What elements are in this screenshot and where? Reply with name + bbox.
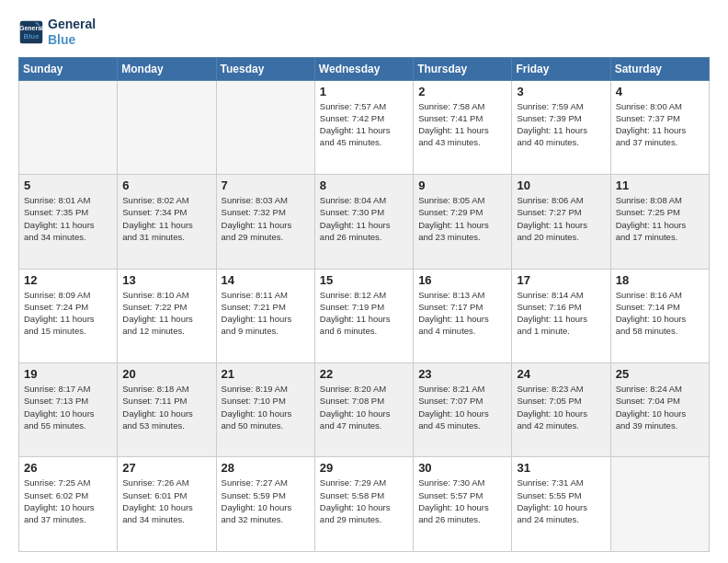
cell-info: Sunrise: 8:19 AM Sunset: 7:10 PM Dayligh… [222,383,310,431]
calendar-cell: 7Sunrise: 8:03 AM Sunset: 7:32 PM Daylig… [216,175,314,269]
calendar-cell: 16Sunrise: 8:13 AM Sunset: 7:17 PM Dayli… [414,269,512,362]
cell-info: Sunrise: 7:29 AM Sunset: 5:58 PM Dayligh… [320,477,408,525]
cell-info: Sunrise: 8:11 AM Sunset: 7:21 PM Dayligh… [222,289,310,338]
day-number: 31 [517,461,605,475]
calendar-cell: 27Sunrise: 7:26 AM Sunset: 6:01 PM Dayli… [118,457,216,552]
logo: General Blue GeneralBlue [18,17,96,48]
cell-info: Sunrise: 7:59 AM Sunset: 7:39 PM Dayligh… [517,100,605,149]
day-number: 9 [418,178,506,192]
weekday-header-sunday: Sunday [19,57,118,80]
cell-info: Sunrise: 8:04 AM Sunset: 7:30 PM Dayligh… [320,194,408,243]
weekday-header-friday: Friday [512,57,610,80]
cell-info: Sunrise: 7:30 AM Sunset: 5:57 PM Dayligh… [418,477,506,525]
calendar-cell: 21Sunrise: 8:19 AM Sunset: 7:10 PM Dayli… [216,363,314,457]
day-number: 13 [122,273,210,287]
cell-info: Sunrise: 8:20 AM Sunset: 7:08 PM Dayligh… [320,383,408,431]
cell-info: Sunrise: 7:58 AM Sunset: 7:41 PM Dayligh… [418,100,506,149]
logo-text: GeneralBlue [48,17,96,48]
day-number: 30 [418,461,506,475]
calendar-cell: 8Sunrise: 8:04 AM Sunset: 7:30 PM Daylig… [314,175,413,269]
day-number: 19 [24,367,112,381]
day-number: 23 [418,367,506,381]
calendar-cell: 23Sunrise: 8:21 AM Sunset: 7:07 PM Dayli… [414,363,512,457]
day-number: 15 [320,273,408,287]
day-number: 17 [517,273,605,287]
day-number: 25 [616,367,704,381]
day-number: 28 [222,461,310,475]
weekday-header-thursday: Thursday [414,57,512,80]
cell-info: Sunrise: 8:18 AM Sunset: 7:11 PM Dayligh… [122,383,210,431]
cell-info: Sunrise: 7:26 AM Sunset: 6:01 PM Dayligh… [122,477,210,525]
weekday-header-saturday: Saturday [610,57,709,80]
page-header: General Blue GeneralBlue [18,17,710,48]
weekday-header-wednesday: Wednesday [314,57,413,80]
calendar-week-row: 26Sunrise: 7:25 AM Sunset: 6:02 PM Dayli… [19,457,710,552]
svg-text:Blue: Blue [23,32,40,40]
calendar-cell: 1Sunrise: 7:57 AM Sunset: 7:42 PM Daylig… [314,80,413,174]
day-number: 4 [616,85,704,98]
calendar-cell: 14Sunrise: 8:11 AM Sunset: 7:21 PM Dayli… [216,269,314,362]
weekday-header-tuesday: Tuesday [216,57,314,80]
cell-info: Sunrise: 8:16 AM Sunset: 7:14 PM Dayligh… [616,289,704,338]
cell-info: Sunrise: 8:24 AM Sunset: 7:04 PM Dayligh… [616,383,704,431]
calendar-cell: 19Sunrise: 8:17 AM Sunset: 7:13 PM Dayli… [19,363,118,457]
calendar-cell: 28Sunrise: 7:27 AM Sunset: 5:59 PM Dayli… [216,457,314,552]
calendar-cell [19,80,118,174]
calendar-cell: 31Sunrise: 7:31 AM Sunset: 5:55 PM Dayli… [512,457,610,552]
calendar-week-row: 1Sunrise: 7:57 AM Sunset: 7:42 PM Daylig… [19,80,710,174]
day-number: 7 [222,178,310,192]
calendar-cell: 29Sunrise: 7:29 AM Sunset: 5:58 PM Dayli… [314,457,413,552]
calendar-cell: 5Sunrise: 8:01 AM Sunset: 7:35 PM Daylig… [19,175,118,269]
day-number: 16 [418,273,506,287]
calendar-week-row: 19Sunrise: 8:17 AM Sunset: 7:13 PM Dayli… [19,363,710,457]
calendar-cell: 20Sunrise: 8:18 AM Sunset: 7:11 PM Dayli… [118,363,216,457]
cell-info: Sunrise: 8:09 AM Sunset: 7:24 PM Dayligh… [24,289,112,338]
day-number: 24 [517,367,605,381]
calendar-week-row: 12Sunrise: 8:09 AM Sunset: 7:24 PM Dayli… [19,269,710,362]
day-number: 26 [24,461,112,475]
calendar-cell: 6Sunrise: 8:02 AM Sunset: 7:34 PM Daylig… [118,175,216,269]
calendar-cell: 25Sunrise: 8:24 AM Sunset: 7:04 PM Dayli… [610,363,709,457]
cell-info: Sunrise: 8:05 AM Sunset: 7:29 PM Dayligh… [418,194,506,243]
cell-info: Sunrise: 7:31 AM Sunset: 5:55 PM Dayligh… [517,477,605,525]
calendar-cell: 17Sunrise: 8:14 AM Sunset: 7:16 PM Dayli… [512,269,610,362]
cell-info: Sunrise: 8:23 AM Sunset: 7:05 PM Dayligh… [517,383,605,431]
calendar-cell: 3Sunrise: 7:59 AM Sunset: 7:39 PM Daylig… [512,80,610,174]
cell-info: Sunrise: 8:17 AM Sunset: 7:13 PM Dayligh… [24,383,112,431]
cell-info: Sunrise: 7:25 AM Sunset: 6:02 PM Dayligh… [24,477,112,525]
calendar-cell: 9Sunrise: 8:05 AM Sunset: 7:29 PM Daylig… [414,175,512,269]
calendar-cell: 2Sunrise: 7:58 AM Sunset: 7:41 PM Daylig… [414,80,512,174]
calendar-cell: 18Sunrise: 8:16 AM Sunset: 7:14 PM Dayli… [610,269,709,362]
logo-icon: General Blue [18,19,44,45]
day-number: 11 [616,178,704,192]
day-number: 1 [320,85,408,98]
day-number: 3 [517,85,605,98]
cell-info: Sunrise: 8:02 AM Sunset: 7:34 PM Dayligh… [122,194,210,243]
calendar-cell: 4Sunrise: 8:00 AM Sunset: 7:37 PM Daylig… [610,80,709,174]
cell-info: Sunrise: 7:57 AM Sunset: 7:42 PM Dayligh… [320,100,408,149]
day-number: 5 [24,178,112,192]
calendar-cell: 13Sunrise: 8:10 AM Sunset: 7:22 PM Dayli… [118,269,216,362]
cell-info: Sunrise: 8:12 AM Sunset: 7:19 PM Dayligh… [320,289,408,338]
cell-info: Sunrise: 8:03 AM Sunset: 7:32 PM Dayligh… [222,194,310,243]
calendar-cell: 12Sunrise: 8:09 AM Sunset: 7:24 PM Dayli… [19,269,118,362]
cell-info: Sunrise: 8:01 AM Sunset: 7:35 PM Dayligh… [24,194,112,243]
calendar-table: SundayMondayTuesdayWednesdayThursdayFrid… [18,57,710,552]
cell-info: Sunrise: 8:00 AM Sunset: 7:37 PM Dayligh… [616,100,704,149]
day-number: 14 [222,273,310,287]
calendar-cell [118,80,216,174]
day-number: 22 [320,367,408,381]
calendar-cell [610,457,709,552]
calendar-cell: 24Sunrise: 8:23 AM Sunset: 7:05 PM Dayli… [512,363,610,457]
day-number: 2 [418,85,506,98]
calendar-cell: 11Sunrise: 8:08 AM Sunset: 7:25 PM Dayli… [610,175,709,269]
day-number: 18 [616,273,704,287]
day-number: 6 [122,178,210,192]
day-number: 12 [24,273,112,287]
day-number: 21 [222,367,310,381]
calendar-cell: 10Sunrise: 8:06 AM Sunset: 7:27 PM Dayli… [512,175,610,269]
calendar-cell: 26Sunrise: 7:25 AM Sunset: 6:02 PM Dayli… [19,457,118,552]
weekday-header-monday: Monday [118,57,216,80]
calendar-cell: 30Sunrise: 7:30 AM Sunset: 5:57 PM Dayli… [414,457,512,552]
calendar-cell: 15Sunrise: 8:12 AM Sunset: 7:19 PM Dayli… [314,269,413,362]
